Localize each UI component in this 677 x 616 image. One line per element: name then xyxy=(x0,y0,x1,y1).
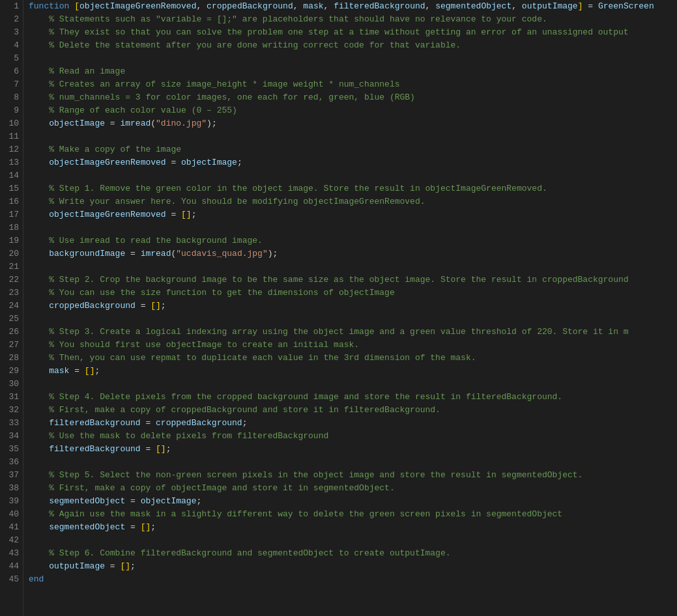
token-punctuation: , xyxy=(324,1,334,11)
token-comment: % num_channels = 3 for color images, one… xyxy=(29,92,415,102)
code-line-29: mask = []; xyxy=(23,365,677,378)
line-number-2: 2 xyxy=(0,13,23,26)
token-operator: = xyxy=(141,444,156,454)
code-line-8: % num_channels = 3 for color images, one… xyxy=(23,91,677,104)
line-number-19: 19 xyxy=(0,234,23,247)
token-variable: segmentedObject xyxy=(29,496,125,506)
token-punctuation: ; xyxy=(130,561,136,571)
token-variable: GreenScreen xyxy=(598,1,654,11)
code-line-21 xyxy=(23,260,677,273)
token-operator: = xyxy=(105,119,120,128)
token-variable: croppedBackground xyxy=(156,418,242,428)
token-punctuation: ; xyxy=(237,158,242,167)
line-number-11: 11 xyxy=(0,130,23,143)
line-number-35: 35 xyxy=(0,443,23,456)
code-content[interactable]: function [objectImageGreenRemoved, cropp… xyxy=(23,0,677,616)
code-line-5 xyxy=(23,52,677,65)
token-punctuation: ; xyxy=(161,301,166,311)
code-line-1: function [objectImageGreenRemoved, cropp… xyxy=(23,0,677,13)
line-number-20: 20 xyxy=(0,247,23,260)
code-line-16: % Write your answer here. You should be … xyxy=(23,195,677,208)
token-operator: = xyxy=(166,210,181,219)
token-bracket: [ xyxy=(74,1,79,11)
line-number-17: 17 xyxy=(0,208,23,221)
code-line-13: objectImageGreenRemoved = objectImage; xyxy=(23,156,677,169)
line-number-31: 31 xyxy=(0,391,23,404)
token-bracket: [] xyxy=(151,301,161,311)
token-punctuation: ; xyxy=(196,496,201,506)
token-operator: = xyxy=(166,158,181,167)
token-punctuation: , xyxy=(511,1,522,11)
token-operator: = xyxy=(125,496,140,506)
code-line-36 xyxy=(23,456,677,469)
token-variable: backgroundImage xyxy=(29,249,125,259)
token-variable: objectImage xyxy=(181,158,237,167)
code-line-3: % They exist so that you can solve the p… xyxy=(23,26,677,39)
line-number-15: 15 xyxy=(0,182,23,195)
code-line-43: % Step 6. Combine filteredBackground and… xyxy=(23,547,677,560)
line-number-27: 27 xyxy=(0,339,23,352)
line-numbers: 1234567891011121314151617181920212223242… xyxy=(0,0,23,616)
code-line-18 xyxy=(23,221,677,234)
token-punctuation: , xyxy=(196,1,207,11)
token-comment: % First, make a copy of objectImage and … xyxy=(29,483,395,493)
line-number-25: 25 xyxy=(0,313,23,326)
line-number-41: 41 xyxy=(0,521,23,534)
token-operator: = xyxy=(141,418,156,428)
token-punctuation: ( xyxy=(151,119,156,128)
code-line-20: backgroundImage = imread("ucdavis_quad.j… xyxy=(23,247,677,260)
token-comment: % Use the mask to delete pixels from fil… xyxy=(29,431,328,441)
line-number-42: 42 xyxy=(0,534,23,547)
code-line-44: outputImage = []; xyxy=(23,560,677,573)
token-comment: % You should first use objectImage to cr… xyxy=(29,340,359,350)
token-operator: = xyxy=(125,249,140,259)
line-number-33: 33 xyxy=(0,417,23,430)
line-number-26: 26 xyxy=(0,326,23,339)
code-line-37: % Step 5. Select the non-green screen pi… xyxy=(23,469,677,482)
token-comment: % Then, you can use repmat to duplicate … xyxy=(29,353,476,363)
line-number-38: 38 xyxy=(0,482,23,495)
token-comment: % Step 2. Crop the background image to b… xyxy=(29,275,629,285)
code-line-11 xyxy=(23,130,677,143)
token-punctuation: ; xyxy=(192,210,197,219)
code-line-26: % Step 3. Create a logical indexing arra… xyxy=(23,326,677,339)
token-comment: % Use imread to read the background imag… xyxy=(29,236,263,245)
code-line-2: % Statements such as "variable = [];" ar… xyxy=(23,13,677,26)
line-number-3: 3 xyxy=(0,26,23,39)
token-kw-end: end xyxy=(29,574,44,584)
line-number-24: 24 xyxy=(0,300,23,313)
token-bracket: [] xyxy=(156,444,166,454)
line-number-29: 29 xyxy=(0,365,23,378)
token-comment: % Step 3. Create a logical indexing arra… xyxy=(29,327,629,337)
line-number-1: 1 xyxy=(0,0,23,13)
code-editor: 1234567891011121314151617181920212223242… xyxy=(0,0,677,616)
line-number-28: 28 xyxy=(0,352,23,365)
token-variable: croppedBackground xyxy=(207,1,293,11)
token-punctuation: , xyxy=(293,1,304,11)
line-number-8: 8 xyxy=(0,91,23,104)
line-number-34: 34 xyxy=(0,430,23,443)
token-variable: outputImage xyxy=(522,1,578,11)
token-variable: segmentedObject xyxy=(435,1,511,11)
token-variable: mask xyxy=(303,1,323,11)
token-comment: % Again use the mask in a slightly diffe… xyxy=(29,509,562,519)
token-comment: % Step 6. Combine filteredBackground and… xyxy=(29,548,451,558)
code-line-6: % Read an image xyxy=(23,65,677,78)
line-number-21: 21 xyxy=(0,260,23,273)
token-operator: = xyxy=(125,522,140,532)
token-variable: objectImageGreenRemoved xyxy=(29,158,166,167)
code-line-15: % Step 1. Remove the green color in the … xyxy=(23,182,677,195)
line-number-18: 18 xyxy=(0,221,23,234)
line-number-40: 40 xyxy=(0,508,23,521)
line-number-45: 45 xyxy=(0,573,23,586)
code-line-40: % Again use the mask in a slightly diffe… xyxy=(23,508,677,521)
line-number-43: 43 xyxy=(0,547,23,560)
token-punctuation: ; xyxy=(94,366,100,376)
token-punctuation: ; xyxy=(242,418,248,428)
token-comment: % Statements such as "variable = [];" ar… xyxy=(29,14,547,24)
token-bracket: [] xyxy=(181,210,192,219)
token-variable: objectImage xyxy=(141,496,197,506)
token-punctuation: ; xyxy=(166,444,171,454)
code-line-25 xyxy=(23,313,677,326)
code-line-30 xyxy=(23,378,677,391)
